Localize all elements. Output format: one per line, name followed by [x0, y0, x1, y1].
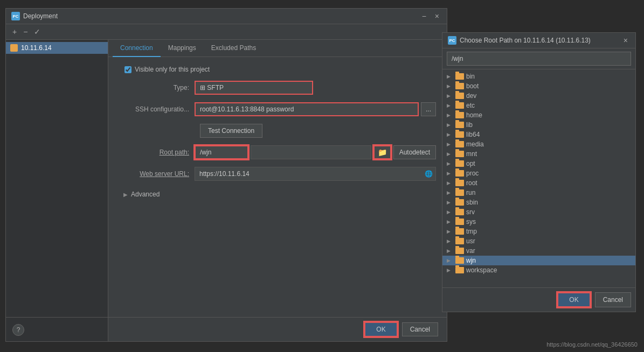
tree-item-label: srv	[466, 208, 475, 216]
folder-icon	[455, 180, 464, 186]
tree-arrow-icon: ▶	[447, 103, 455, 108]
tabs: Connection Mappings Excluded Paths	[108, 40, 447, 57]
root-dialog: PC Choose Root Path on 10.11.6.14 (10.11…	[442, 32, 636, 312]
help-button[interactable]: ?	[12, 324, 24, 336]
tree-item[interactable]: ▶run	[442, 188, 635, 198]
tree-item-label: tmp	[466, 228, 477, 235]
tree-container[interactable]: ▶bin▶boot▶dev▶etc▶home▶lib▶lib64▶media▶m…	[442, 69, 635, 287]
tree-item[interactable]: ▶opt	[442, 159, 635, 168]
tree-item-label: lib	[466, 121, 473, 129]
ssh-dropdown[interactable]: root@10.11.6.13:8848 password	[195, 102, 419, 116]
tree-item-label: opt	[466, 160, 475, 167]
minimize-button[interactable]: −	[420, 12, 428, 20]
tree-arrow-icon: ▶	[447, 238, 455, 244]
tree-item[interactable]: ▶workspace	[442, 265, 635, 275]
tree-item[interactable]: ▶boot	[442, 81, 635, 91]
root-path-wrapper: 📁 Autodetect	[195, 145, 436, 159]
tree-arrow-icon: ▶	[447, 151, 455, 157]
tree-arrow-icon: ▶	[447, 132, 455, 137]
add-button[interactable]: +	[10, 26, 19, 37]
tree-item[interactable]: ▶lib64	[442, 130, 635, 139]
type-dropdown[interactable]: ⊞ SFTP	[195, 81, 313, 95]
tree-item[interactable]: ▶sbin	[442, 198, 635, 207]
root-dialog-path-row	[442, 48, 635, 69]
visible-only-checkbox[interactable]	[124, 66, 131, 73]
tree-item[interactable]: ▶srv	[442, 207, 635, 217]
ssh-more-button[interactable]: ...	[421, 102, 436, 116]
tree-item-label: mnt	[466, 150, 477, 158]
ok-button[interactable]: OK	[364, 322, 397, 337]
tree-item[interactable]: ▶mnt	[442, 149, 635, 159]
advanced-toggle[interactable]: ▶ Advanced	[119, 188, 436, 200]
apply-button[interactable]: ✓	[32, 26, 43, 37]
title-left: PC Deployment	[11, 12, 58, 20]
tree-item[interactable]: ▶lib	[442, 120, 635, 130]
root-ok-button[interactable]: OK	[557, 292, 590, 307]
tree-item[interactable]: ▶home	[442, 110, 635, 120]
tab-connection[interactable]: Connection	[113, 40, 161, 57]
root-cancel-button[interactable]: Cancel	[595, 292, 631, 307]
form-content: Visible only for this project Type: ⊞ SF…	[108, 57, 447, 341]
folder-browse-button[interactable]: 📁	[373, 145, 391, 159]
tree-item[interactable]: ▶sys	[442, 217, 635, 227]
tree-item-label: wjn	[466, 257, 476, 264]
folder-icon	[455, 160, 464, 167]
tree-arrow-icon: ▶	[447, 209, 455, 215]
folder-icon	[455, 131, 464, 138]
tab-excluded-paths[interactable]: Excluded Paths	[204, 40, 264, 57]
folder-icon	[455, 122, 464, 128]
folder-icon	[455, 219, 464, 225]
tree-arrow-icon: ▶	[447, 229, 455, 234]
tree-arrow-icon: ▶	[447, 112, 455, 118]
tree-item[interactable]: ▶root	[442, 178, 635, 188]
close-button[interactable]: ×	[433, 12, 441, 20]
tree-item-label: bin	[466, 73, 475, 80]
tree-item-label: media	[466, 140, 484, 148]
root-path-label: Root path:	[119, 149, 195, 156]
folder-icon	[455, 83, 464, 89]
autodetect-button[interactable]: Autodetect	[393, 145, 436, 159]
folder-icon	[455, 257, 464, 264]
dialog-title: Deployment	[23, 12, 58, 20]
root-title-left: PC Choose Root Path on 10.11.6.14 (10.11…	[448, 36, 591, 45]
tree-item-label: etc	[466, 102, 475, 109]
web-url-input[interactable]	[195, 167, 436, 181]
folder-icon	[455, 228, 464, 235]
tree-arrow-icon: ▶	[447, 267, 455, 273]
ssh-dropdown-wrapper: root@10.11.6.13:8848 password ...	[195, 102, 436, 116]
remove-button[interactable]: −	[21, 26, 30, 37]
root-dialog-titlebar: PC Choose Root Path on 10.11.6.14 (10.11…	[442, 33, 635, 48]
tree-item[interactable]: ▶proc	[442, 168, 635, 178]
tree-item[interactable]: ▶etc	[442, 101, 635, 110]
folder-icon	[455, 267, 464, 273]
folder-icon	[455, 248, 464, 254]
tree-item-label: var	[466, 247, 475, 255]
tree-item-label: sbin	[466, 199, 478, 206]
tree-item[interactable]: ▶usr	[442, 236, 635, 246]
tree-item-label: root	[466, 179, 477, 187]
advanced-label: Advanced	[131, 191, 160, 198]
tree-item[interactable]: ▶dev	[442, 91, 635, 101]
tree-item[interactable]: ▶var	[442, 246, 635, 256]
tree-arrow-icon: ▶	[447, 122, 455, 128]
sidebar-item-label: 10.11.6.14	[21, 44, 52, 52]
cancel-button[interactable]: Cancel	[402, 322, 438, 336]
root-dialog-footer: OK Cancel	[442, 287, 635, 312]
tree-item-label: boot	[466, 82, 479, 90]
root-close-button[interactable]: ×	[621, 36, 630, 45]
advanced-arrow-icon: ▶	[123, 192, 128, 198]
type-row: Type: ⊞ SFTP	[119, 81, 436, 95]
tree-item-label: run	[466, 189, 475, 196]
root-path-field[interactable]	[447, 52, 631, 66]
tree-item[interactable]: ▶media	[442, 139, 635, 149]
tree-item[interactable]: ▶wjn	[442, 256, 635, 265]
tree-item-label: sys	[466, 218, 476, 226]
test-connection-button[interactable]: Test Connection	[200, 124, 262, 138]
sidebar-item-server[interactable]: 10.11.6.14	[6, 42, 108, 54]
tab-mappings[interactable]: Mappings	[161, 40, 204, 57]
tree-item[interactable]: ▶tmp	[442, 227, 635, 236]
tree-item[interactable]: ▶bin	[442, 72, 635, 81]
root-path-input[interactable]	[195, 145, 248, 159]
tree-arrow-icon: ▶	[447, 74, 455, 79]
tree-arrow-icon: ▶	[447, 219, 455, 224]
